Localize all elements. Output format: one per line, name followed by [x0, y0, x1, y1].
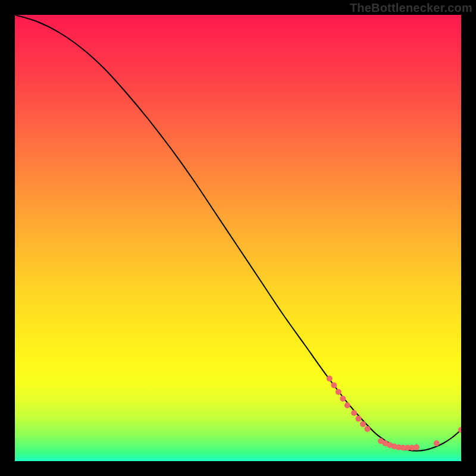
marker-layer: [327, 375, 461, 450]
curve-marker: [351, 410, 357, 416]
curve-marker: [360, 421, 366, 427]
chart-plot: [15, 15, 461, 461]
curve-marker: [434, 440, 440, 446]
credit-text: TheBottlenecker.com: [350, 1, 472, 15]
curve-marker: [336, 389, 342, 395]
curve-marker: [364, 426, 370, 432]
chart-svg: [15, 15, 461, 461]
curve-marker: [331, 382, 337, 388]
curve-marker: [327, 375, 333, 381]
curve-marker: [355, 416, 361, 422]
curve: [15, 15, 461, 451]
curve-layer: [15, 15, 461, 451]
curve-marker: [345, 402, 350, 408]
curve-marker: [414, 444, 419, 450]
stage: TheBottlenecker.com: [0, 0, 476, 476]
curve-marker: [340, 396, 346, 402]
